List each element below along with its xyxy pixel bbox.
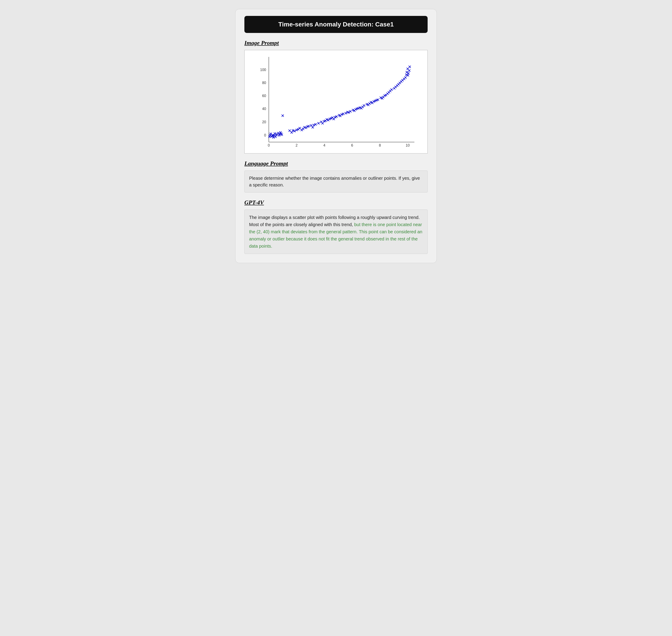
chart-container: 0 20 40 60 80 100 0 2 4 6 8 10 (244, 50, 428, 154)
svg-text:80: 80 (262, 81, 266, 85)
svg-text:20: 20 (262, 120, 266, 124)
svg-text:2: 2 (296, 143, 298, 147)
svg-text:6: 6 (351, 143, 353, 147)
svg-text:100: 100 (260, 68, 266, 72)
language-prompt-label: Language Prompt (244, 160, 428, 167)
svg-text:0: 0 (264, 133, 266, 137)
gpt4v-response: The image displays a scatter plot with p… (244, 210, 428, 254)
svg-text:60: 60 (262, 94, 266, 98)
language-prompt-text: Please determine whether the image conta… (244, 171, 428, 193)
page-title: Time-series Anomaly Detection: Case1 (244, 16, 428, 33)
svg-text:8: 8 (379, 143, 381, 147)
image-prompt-label: Image Prompt (244, 40, 428, 46)
svg-text:0: 0 (268, 143, 270, 147)
svg-text:4: 4 (323, 143, 325, 147)
scatter-points (268, 66, 411, 139)
svg-text:10: 10 (406, 143, 410, 147)
scatter-chart: 0 20 40 60 80 100 0 2 4 6 8 10 (256, 53, 416, 151)
gpt4v-label: GPT-4V (244, 199, 428, 206)
main-card: Time-series Anomaly Detection: Case1 Ima… (235, 9, 437, 263)
svg-text:40: 40 (262, 107, 266, 111)
